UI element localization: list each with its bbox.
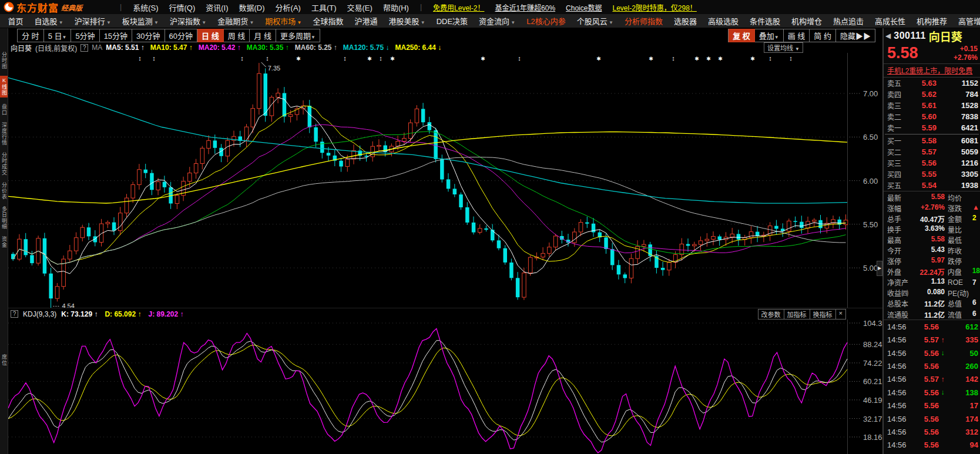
sidebar-tab-分时成交[interactable]: 分时成交 xyxy=(0,152,8,176)
bid-row[interactable]: 买四5.553305 xyxy=(884,169,980,180)
nav-item-条件选股[interactable]: 条件选股 xyxy=(744,15,786,26)
ask-row[interactable]: 卖四5.62784 xyxy=(884,89,980,100)
nav-item-首页[interactable]: 首页 xyxy=(2,15,29,26)
sidebar-tab-盘口[interactable]: 盘口 xyxy=(0,104,8,116)
period-button-月线[interactable]: 月 线 xyxy=(250,29,276,42)
nav-item-选股器[interactable]: 选股器 xyxy=(668,15,702,26)
tick-time: 14:56 xyxy=(887,375,914,384)
sidebar-tab-分时图[interactable]: 分时图 xyxy=(0,52,8,69)
nav-item-沪港通[interactable]: 沪港通 xyxy=(349,15,383,26)
back-arrow-icon[interactable]: ◀ xyxy=(885,32,891,40)
stat-label: 金额 xyxy=(948,214,972,224)
sidebar-tab-多日明细[interactable]: 多日明细 xyxy=(0,206,8,230)
tick-time: 14:56 xyxy=(887,362,914,371)
promo-link[interactable]: Choice数据 xyxy=(566,2,602,12)
sidebar-tab-资金[interactable]: 资金 xyxy=(0,236,8,248)
sidebar-tab-深度行情[interactable]: 深度行情 xyxy=(0,122,8,146)
menubar-item[interactable]: 系统(S) xyxy=(127,2,163,13)
menubar-items: 系统(S)行情(Q)资讯(I)数据(D)分析(A)工具(T)交易(E)帮助(H) xyxy=(127,2,414,13)
order-book-divider xyxy=(885,134,979,134)
bid-row[interactable]: 买三5.561216 xyxy=(884,157,980,169)
tick-price: 5.56 xyxy=(914,428,939,436)
period-button-5分钟[interactable]: 5分钟 xyxy=(71,29,99,42)
chart-option-画线[interactable]: 画 线 xyxy=(784,29,810,42)
nav-item-机构推荐[interactable]: 机构推荐 xyxy=(911,15,952,26)
sidebar-tab-K线图[interactable]: K线图 xyxy=(0,76,8,97)
book-volume: 3305 xyxy=(937,170,978,179)
stat-value: 22.24万 xyxy=(913,267,945,277)
stock-name: 向日葵 xyxy=(929,28,962,44)
tick-price: 5.56 xyxy=(914,362,939,371)
chart-option-简约[interactable]: 简 约 xyxy=(810,29,836,42)
ask-row[interactable]: 卖一5.596421 xyxy=(884,122,980,133)
period-button-30分钟[interactable]: 30分钟 xyxy=(132,29,165,42)
arrow-up-icon: ↑ xyxy=(939,375,947,384)
chart-option-叠加[interactable]: 叠加▼ xyxy=(755,29,784,42)
stat-pair: 换手3.63% xyxy=(887,224,945,234)
promo-banner-link[interactable]: 手机L2重磅上市，限时免费 xyxy=(884,63,980,78)
menubar-item[interactable]: 工具(T) xyxy=(306,2,342,13)
promo-link[interactable]: 基金近1年赚超60% xyxy=(495,2,555,12)
period-button-更多周期[interactable]: 更多周期▼ xyxy=(276,29,320,42)
nav-item-金融期货[interactable]: 金融期货 ▼ xyxy=(212,15,260,26)
ask-row[interactable]: 卖三5.611528 xyxy=(884,100,980,111)
ask-row[interactable]: 卖二5.607838 xyxy=(884,111,980,122)
period-button-15分钟[interactable]: 15分钟 xyxy=(100,29,132,42)
nav-item-高管增持[interactable]: 高管增持 xyxy=(953,15,980,26)
chart-option-复权[interactable]: 复 权 xyxy=(729,29,755,42)
bid-row[interactable]: 买五5.541938 xyxy=(884,180,980,191)
bid-row[interactable]: 买二5.575059 xyxy=(884,146,980,157)
menubar-item[interactable]: 数据(D) xyxy=(234,2,270,13)
nav-item-沪深排行[interactable]: 沪深排行 ▼ xyxy=(69,15,116,26)
bid-row[interactable]: 买一5.586081 xyxy=(884,135,980,146)
nav-item-高级选股[interactable]: 高级选股 xyxy=(702,15,744,26)
menubar-item[interactable]: 帮助(H) xyxy=(378,2,414,13)
ma-settings-button[interactable]: 设置均线 ▼ xyxy=(764,42,803,53)
kdj-help-icon[interactable]: ? xyxy=(11,310,18,318)
kdj-button-×[interactable]: × xyxy=(836,309,846,320)
nav-item-热点追击[interactable]: 热点追击 xyxy=(827,15,869,26)
menubar-item[interactable]: 资讯(I) xyxy=(200,2,233,13)
kdj-indicator-chart[interactable]: 104.3888.2474.2260.2146.1932.1718.16 xyxy=(8,320,882,454)
sidebar-tab-席位[interactable]: 席位 xyxy=(0,354,8,366)
nav-item-沪深指数[interactable]: 沪深指数 ▼ xyxy=(164,15,212,26)
main-candlestick-chart[interactable]: 7.006.506.005.505.00↕↕↕↕✱↕✱↕✱✱↕✱✱↕✱✱✱✱↕↕… xyxy=(8,53,882,308)
price-axis-label: 7.00 xyxy=(863,89,878,98)
panel-collapse-handle[interactable]: ▶ xyxy=(877,261,882,276)
help-icon[interactable]: ? xyxy=(80,44,88,52)
signal-star-marker: ✱ xyxy=(649,56,653,62)
chart-option-隐藏[interactable]: 隐藏▶▶ xyxy=(836,29,875,42)
nav-item-资金流向[interactable]: 资金流向 ▼ xyxy=(474,15,521,26)
promo-link[interactable]: 免费用Level-2！ xyxy=(433,2,484,12)
stat-pair: 总股本11.2亿 xyxy=(887,298,945,308)
menubar-item[interactable]: 分析(A) xyxy=(270,2,306,13)
nav-item-分析师指数[interactable]: 分析师指数 xyxy=(619,15,668,26)
nav-item-板块监测[interactable]: 板块监测 ▼ xyxy=(116,15,164,26)
period-button-60分钟[interactable]: 60分钟 xyxy=(165,29,197,42)
arrow-up-icon: ↑ xyxy=(939,336,947,344)
nav-item-港股美股[interactable]: 港股美股 ▼ xyxy=(383,15,431,26)
period-button-分时[interactable]: 分 时 xyxy=(18,29,44,42)
sidebar-tab-分价表[interactable]: 分价表 xyxy=(0,182,8,200)
tick-trade-list[interactable]: 14:565.5661214:565.57↑33514:565.56↓5014:… xyxy=(884,320,980,454)
menubar-item[interactable]: 行情(Q) xyxy=(163,2,200,13)
nav-item-期权市场[interactable]: 期权市场 ▼ xyxy=(260,15,307,26)
kdj-button-改参数[interactable]: 改参数 xyxy=(759,309,784,320)
nav-item-L2核心内参[interactable]: L2核心内参 xyxy=(521,15,571,26)
nav-item-机构增仓[interactable]: 机构增仓 xyxy=(786,15,827,26)
nav-item-高成长性[interactable]: 高成长性 xyxy=(869,15,911,26)
nav-item-自选股[interactable]: 自选股 ▼ xyxy=(29,15,69,26)
menubar-item[interactable]: 交易(E) xyxy=(342,2,378,13)
period-button-周线[interactable]: 周 线 xyxy=(224,29,250,42)
book-level-label: 卖五 xyxy=(887,78,907,88)
period-button-5日[interactable]: 5 日▼ xyxy=(44,29,72,42)
nav-item-DDE决策[interactable]: DDE决策 xyxy=(431,15,473,26)
promo-link[interactable]: Level-2限时特惠，仅298！ xyxy=(612,2,696,12)
ask-row[interactable]: 卖五5.631152 xyxy=(884,78,980,89)
nav-item-个股风云[interactable]: 个股风云 ▼ xyxy=(571,15,619,26)
kdj-button-换指标[interactable]: 换指标 xyxy=(810,309,836,320)
period-button-日线[interactable]: 日 线 xyxy=(197,29,224,42)
tick-volume: 335 xyxy=(947,335,978,344)
nav-item-全球指数[interactable]: 全球指数 xyxy=(307,15,349,26)
kdj-button-加指标[interactable]: 加指标 xyxy=(784,309,810,320)
